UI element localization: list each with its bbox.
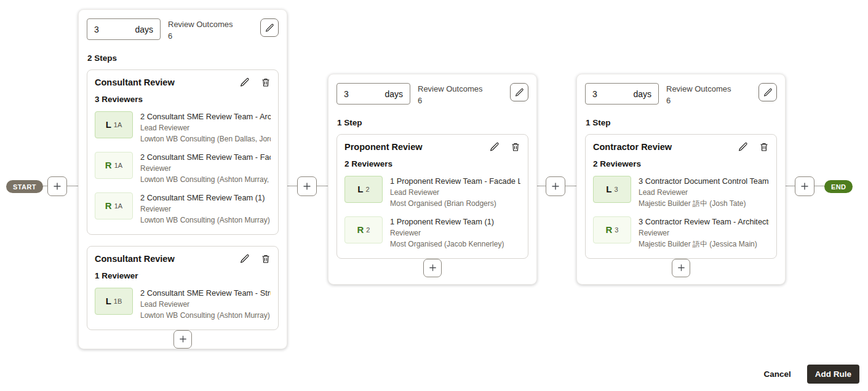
reviewer-row: L 2 1 Proponent Review Team - Facade Lea… — [344, 176, 520, 209]
reviewer-row: R 3 3 Contractor Review Team - Architect… — [593, 216, 769, 250]
steps-count-label: 1 Step — [586, 118, 777, 127]
reviewer-role: Reviewer — [390, 227, 504, 239]
badge-code: 1A — [114, 121, 122, 128]
pencil-icon — [490, 142, 500, 152]
badge-code: 1A — [114, 202, 122, 210]
edit-rule-button[interactable] — [510, 83, 528, 101]
badge-code: 1B — [114, 298, 122, 305]
review-outcomes-count: 6 — [418, 95, 482, 107]
duration-field[interactable]: days — [336, 83, 410, 105]
end-node: END — [824, 180, 853, 193]
delete-step-button[interactable] — [511, 142, 520, 152]
edit-step-button[interactable] — [240, 254, 250, 264]
reviewer-row: L 1A 2 Consultant SME Review Team - Arch… — [95, 111, 271, 144]
start-node: START — [6, 180, 43, 193]
review-outcomes-count: 6 — [666, 95, 731, 107]
add-step-button[interactable] — [173, 330, 192, 349]
trash-icon — [261, 254, 271, 264]
duration-input[interactable] — [344, 89, 362, 99]
badge-letter: L — [357, 184, 363, 194]
add-rule-connector-button-2[interactable] — [297, 176, 317, 196]
edit-rule-button[interactable] — [759, 83, 777, 101]
badge-letter: L — [106, 296, 111, 306]
reviewer-team: 3 Contractor Document Control Team (1) — [639, 176, 769, 187]
reviewer-role: Lead Reviewer — [390, 187, 520, 198]
pencil-icon — [265, 23, 274, 33]
reviewer-role: Reviewer — [140, 163, 271, 174]
step-title: Consultant Review — [95, 254, 175, 264]
badge-code: 3 — [615, 226, 618, 234]
reviewer-row: L 1B 2 Consultant SME Review Team - Stru… — [95, 288, 271, 321]
review-outcomes-count: 6 — [168, 31, 233, 42]
badge-code: 2 — [366, 186, 370, 193]
reviewer-team: 2 Consultant SME Review Team - Archite..… — [140, 111, 271, 122]
lead-reviewer-badge: L 1A — [95, 111, 133, 138]
review-outcomes-label: Review Outcomes — [418, 84, 482, 95]
reviewer-row: L 3 3 Contractor Document Control Team (… — [593, 176, 769, 209]
step-title: Proponent Review — [344, 142, 423, 152]
reviewer-team: 2 Consultant SME Review Team - Facade... — [140, 152, 271, 163]
reviewers-count-label: 3 Reviewers — [95, 95, 271, 104]
add-rule-connector-button-1[interactable] — [47, 176, 67, 196]
step-card: Proponent Review 2 Reviewers L 2 1 Propo… — [336, 134, 528, 259]
reviewer-team: 1 Proponent Review Team - Facade Lead (1… — [390, 176, 520, 187]
reviewer-org: Lowton WB Consulting (Ben Dallas, Jord..… — [140, 133, 271, 144]
pencil-icon — [515, 88, 524, 97]
duration-input[interactable] — [592, 89, 611, 99]
edit-step-button[interactable] — [738, 142, 748, 152]
lead-reviewer-badge: L 1B — [95, 288, 133, 315]
add-rule-button[interactable]: Add Rule — [807, 365, 859, 384]
add-rule-connector-button-3[interactable] — [546, 176, 565, 196]
delete-step-button[interactable] — [759, 142, 769, 152]
reviewer-org: Most Organised (Brian Rodgers) — [390, 198, 520, 209]
footer-actions: Cancel Add Rule — [763, 365, 859, 384]
pencil-icon — [240, 254, 250, 264]
edit-step-button[interactable] — [240, 77, 250, 87]
plus-icon — [677, 263, 686, 272]
delete-step-button[interactable] — [261, 254, 271, 264]
trash-icon — [511, 142, 520, 152]
rule-header: days Review Outcomes 6 — [585, 83, 777, 107]
reviewers-count-label: 2 Reviewers — [593, 159, 769, 168]
plus-icon — [302, 181, 312, 191]
badge-code: 2 — [366, 226, 370, 234]
reviewer-role: Lead Reviewer — [140, 299, 271, 310]
step-card: Consultant Review 1 Reviewer L 1B 2 Cons… — [87, 246, 279, 330]
pencil-icon — [738, 142, 748, 152]
delete-step-button[interactable] — [261, 77, 271, 87]
pencil-icon — [763, 88, 773, 97]
reviewer-team: 2 Consultant SME Review Team - Structu..… — [140, 288, 271, 299]
add-step-button[interactable] — [423, 259, 442, 277]
duration-unit-label: days — [384, 89, 403, 99]
edit-rule-button[interactable] — [260, 18, 279, 37]
rule-header: days Review Outcomes 6 — [336, 83, 528, 107]
duration-field[interactable]: days — [87, 18, 161, 40]
reviewer-role: Reviewer — [140, 203, 270, 215]
add-step-button[interactable] — [672, 259, 690, 277]
reviewer-row: R 1A 2 Consultant SME Review Team - Faca… — [95, 152, 271, 185]
duration-unit-label: days — [633, 89, 651, 99]
badge-letter: L — [106, 119, 111, 130]
badge-letter: R — [105, 160, 112, 170]
badge-letter: R — [606, 224, 613, 235]
duration-field[interactable]: days — [585, 83, 659, 105]
reviewer-team: 3 Contractor Review Team - Architectural… — [639, 216, 769, 227]
reviewer-org: Most Organised (Jacob Kennerley) — [390, 239, 504, 250]
cancel-button[interactable]: Cancel — [763, 369, 790, 379]
reviewer-row: R 1A 2 Consultant SME Review Team (1) Re… — [95, 192, 271, 226]
reviewers-count-label: 2 Reviewers — [344, 159, 520, 168]
badge-code: 3 — [615, 186, 618, 193]
plus-icon — [800, 181, 810, 191]
add-rule-connector-button-4[interactable] — [795, 176, 814, 196]
reviewer-org: Lowton WB Consulting (Ashton Murray) — [140, 215, 270, 226]
review-outcomes-summary: Review Outcomes 6 — [418, 83, 482, 107]
workflow-canvas: START END days Review Outcomes 6 2 Steps — [0, 0, 868, 391]
reviewer-org: Lowton WB Consulting (Ashton Murray, ... — [140, 174, 271, 185]
review-outcomes-summary: Review Outcomes 6 — [168, 18, 233, 42]
plus-icon — [52, 181, 62, 191]
edit-step-button[interactable] — [490, 142, 500, 152]
review-rule-card-2: days Review Outcomes 6 1 Step Proponent … — [328, 74, 537, 285]
duration-input[interactable] — [94, 25, 113, 34]
reviewer-team: 2 Consultant SME Review Team (1) — [140, 192, 270, 203]
plus-icon — [178, 334, 188, 344]
